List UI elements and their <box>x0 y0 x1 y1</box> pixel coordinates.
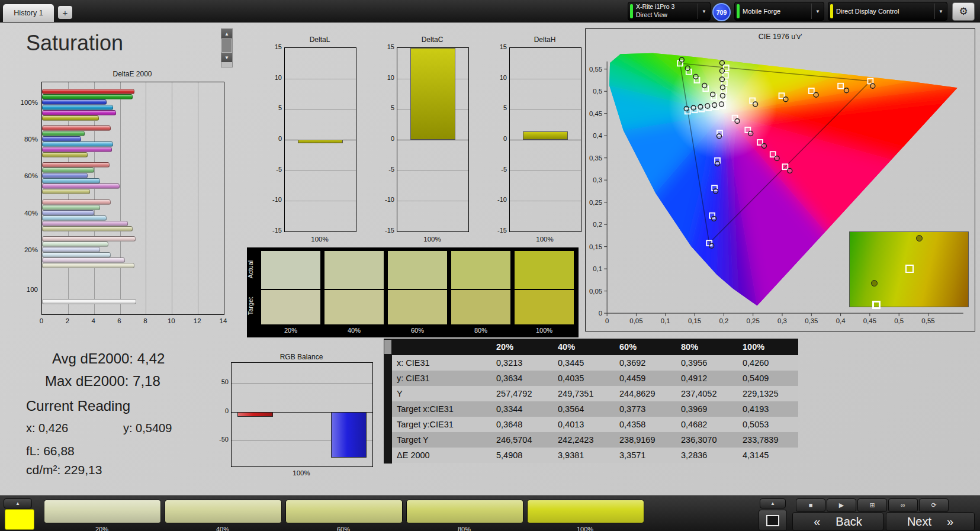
chevron-down-icon: ▼ <box>934 4 947 19</box>
patch-button-60%[interactable] <box>285 500 403 523</box>
patch-button-40%[interactable] <box>165 500 282 523</box>
meter-line2: Direct View <box>636 11 667 18</box>
actual-target-swatch-strip: ActualTarget20%40%60%80%100% <box>247 247 579 337</box>
up-arrow-icon: ▲ <box>15 501 20 506</box>
row-label: ΔE 2000 <box>392 448 490 463</box>
cell-value: 3,2836 <box>675 448 737 463</box>
pattern-window-icon <box>766 515 779 526</box>
patch-label: 40% <box>165 526 281 531</box>
target-marker <box>779 93 785 98</box>
pane-scrollbar[interactable]: ▲ ▼ <box>221 28 233 67</box>
table-row[interactable]: Target y:CIE310,36480,40130,43580,46820,… <box>392 417 798 432</box>
measured-marker <box>735 118 740 123</box>
current-patch-color-button[interactable] <box>5 509 34 530</box>
cell-value: 0,3445 <box>552 355 613 371</box>
measured-marker <box>712 102 717 107</box>
cell-value: 0,3564 <box>552 401 613 417</box>
table-row[interactable]: y: CIE310,36340,40350,44590,49120,5409 <box>392 371 798 386</box>
table-row[interactable]: x: CIE310,32130,34450,36920,39560,4260 <box>392 355 798 371</box>
patch-button-100%[interactable] <box>527 500 644 523</box>
y-axis-label: -10 <box>266 196 282 203</box>
expand-left-panel-button[interactable]: ▲ <box>4 498 32 509</box>
x-axis-label: 0,3 <box>777 317 787 324</box>
loop-button[interactable]: ⟳ <box>919 498 949 512</box>
table-row[interactable]: ΔE 20005,49083,93813,35713,28364,3145 <box>392 448 798 463</box>
reading-cdm2: cd/m²: 229,13 <box>26 463 102 477</box>
max-de2000: Max dE2000: 7,18 <box>45 373 160 390</box>
delta-bar <box>523 131 568 140</box>
table-row[interactable]: Y257,4792249,7351244,8629237,4052229,132… <box>392 386 798 401</box>
cell-value: 3,3571 <box>613 448 675 463</box>
y-axis-label: 0,25 <box>589 199 602 206</box>
cell-value: 0,4459 <box>613 371 675 386</box>
back-button[interactable]: « Back <box>792 512 883 531</box>
measured-marker <box>788 168 792 173</box>
add-tab-button[interactable]: + <box>58 6 72 19</box>
y-axis-label: 0,3 <box>593 176 602 184</box>
chevron-down-icon: ▼ <box>698 4 710 19</box>
actual-swatch <box>261 251 320 289</box>
deltae-bar <box>42 258 125 263</box>
cell-value: 0,5053 <box>737 417 798 432</box>
deltae-bar <box>42 205 100 210</box>
delta-plot <box>397 47 469 232</box>
patterns-button[interactable]: ⊞ <box>857 498 887 512</box>
measured-marker <box>719 102 724 107</box>
display-control-dropdown[interactable]: Direct Display Control ▼ <box>828 2 947 21</box>
table-row[interactable]: Target x:CIE310,33440,35640,37730,39690,… <box>392 401 798 417</box>
deltae-bar <box>42 299 136 304</box>
table-row[interactable]: Target Y246,5704242,2423238,9169236,3070… <box>392 432 798 448</box>
scrollbar-thumb[interactable] <box>222 39 232 52</box>
scroll-up-icon[interactable]: ▲ <box>221 29 232 38</box>
pattern-window-button[interactable] <box>759 510 787 531</box>
y-axis-label: 5 <box>266 104 282 111</box>
patch-button-20%[interactable] <box>44 500 161 523</box>
delta-plot <box>509 47 581 232</box>
gridline <box>510 170 581 171</box>
row-label: Target <box>247 289 254 323</box>
deltae-bar <box>42 252 111 258</box>
target-swatch <box>261 290 320 324</box>
cie-zoom-inset <box>849 231 969 307</box>
row-label: Target Y <box>392 432 490 448</box>
next-button[interactable]: Next » <box>886 512 975 531</box>
y-axis-label: -50 <box>213 436 229 443</box>
y-axis-label: -5 <box>491 166 507 173</box>
delta-chart-deltaH: DeltaH151050-5-10-15100% <box>491 36 580 244</box>
y-axis-label: 0,15 <box>589 243 602 250</box>
scrollbar-thumb[interactable] <box>384 340 391 354</box>
play-button[interactable]: ▶ <box>827 498 856 512</box>
app-window: History 1 + X-Rite i1Pro 3 Direct View ▼… <box>0 0 980 531</box>
y-axis-label: 10 <box>379 74 394 81</box>
tab-history-1[interactable]: History 1 <box>3 4 54 22</box>
measured-marker <box>761 143 766 148</box>
settings-button[interactable]: ⚙ <box>952 2 975 21</box>
patch-button-80%[interactable] <box>406 500 523 523</box>
y-axis-label: 0,5 <box>593 88 602 95</box>
scroll-down-icon[interactable]: ▼ <box>221 53 232 62</box>
table-scrollbar[interactable] <box>384 339 392 464</box>
stop-button[interactable]: ■ <box>796 498 825 512</box>
actual-swatch <box>388 251 447 289</box>
y-axis-label: 5 <box>379 104 394 111</box>
y-axis-label: 40% <box>12 210 38 217</box>
gridline <box>397 201 468 201</box>
gridline <box>510 79 581 79</box>
delta-plot <box>284 47 356 232</box>
x-axis-label: 12 <box>190 317 204 324</box>
measured-marker <box>720 94 725 98</box>
continuous-button[interactable]: ∞ <box>888 498 918 512</box>
meter-dropdown[interactable]: X-Rite i1Pro 3 Direct View ▼ <box>628 2 711 21</box>
colorspace-badge[interactable]: 709 <box>712 3 731 21</box>
expand-right-panel-button[interactable]: ▲ <box>760 498 786 509</box>
measured-marker <box>705 104 710 108</box>
y-axis-label: -15 <box>266 227 282 234</box>
source-dropdown[interactable]: Mobile Forge ▼ <box>734 2 824 21</box>
cell-value: 0,3648 <box>490 417 552 432</box>
chart-title: DeltaL <box>284 36 355 44</box>
row-label: Target y:CIE31 <box>392 417 490 432</box>
rgb-balance-chart: RGB Balance500-50100% <box>213 353 379 480</box>
patterns-icon: ⊞ <box>869 501 875 509</box>
deltae-bar <box>42 221 128 226</box>
y-axis-label: 0 <box>213 407 229 414</box>
